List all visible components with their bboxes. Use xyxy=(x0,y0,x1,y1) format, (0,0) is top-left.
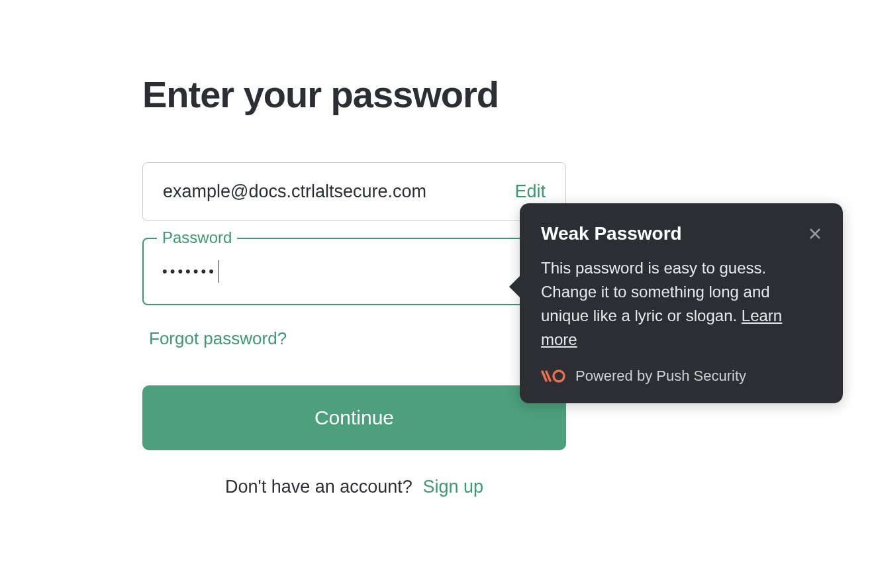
tooltip-body-text: This password is easy to guess. Change i… xyxy=(541,259,770,324)
password-label: Password xyxy=(157,228,237,247)
password-masked-value: ••••••• xyxy=(162,260,219,283)
no-account-text: Don't have an account? xyxy=(225,477,413,497)
page-title: Enter your password xyxy=(142,73,566,116)
signup-link[interactable]: Sign up xyxy=(422,477,483,497)
password-input[interactable]: ••••••• xyxy=(142,238,566,305)
close-icon[interactable] xyxy=(808,227,822,240)
forgot-password-link[interactable]: Forgot password? xyxy=(149,328,287,349)
email-value: example@docs.ctrlaltsecure.com xyxy=(163,181,426,202)
edit-email-link[interactable]: Edit xyxy=(514,181,546,202)
tooltip-footer: Powered by Push Security xyxy=(541,368,822,385)
tooltip-header: Weak Password xyxy=(541,223,822,244)
tooltip-body: This password is easy to guess. Change i… xyxy=(541,256,822,352)
continue-button[interactable]: Continue xyxy=(142,385,566,450)
login-form: Enter your password example@docs.ctrlalt… xyxy=(142,73,566,497)
tooltip-title: Weak Password xyxy=(541,223,682,244)
push-security-logo-icon xyxy=(541,369,566,383)
signup-row: Don't have an account? Sign up xyxy=(142,477,566,497)
text-cursor xyxy=(218,260,220,283)
tooltip-arrow xyxy=(509,276,520,297)
email-box: example@docs.ctrlaltsecure.com Edit xyxy=(142,162,566,221)
powered-by-text: Powered by Push Security xyxy=(575,368,746,385)
password-dots-text: ••••••• xyxy=(162,263,217,280)
weak-password-tooltip: Weak Password This password is easy to g… xyxy=(520,203,843,403)
password-field-wrapper: Password ••••••• xyxy=(142,238,566,305)
svg-point-2 xyxy=(554,371,564,381)
